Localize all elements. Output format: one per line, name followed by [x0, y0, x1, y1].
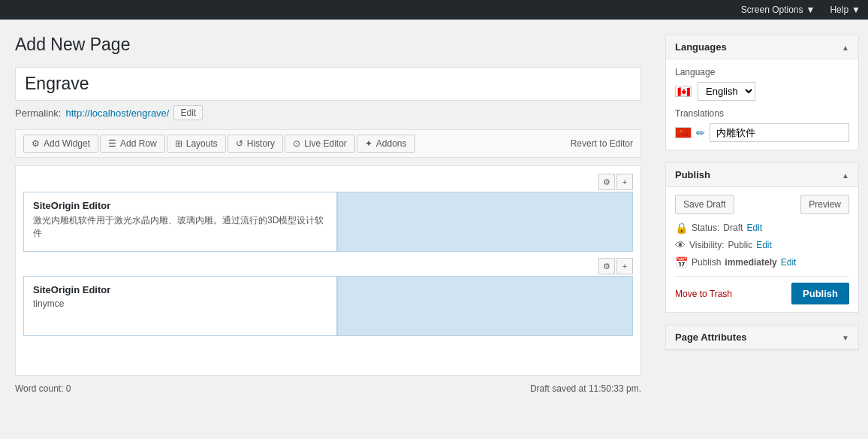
- permalink-row: Permalink: http://localhost/engrave/ Edi…: [15, 105, 641, 120]
- save-draft-button[interactable]: Save Draft: [675, 195, 734, 214]
- block2-title: SiteOrigin Editor: [33, 284, 327, 295]
- canada-flag-icon: 🇨🇦: [675, 86, 692, 97]
- layouts-button[interactable]: ⊞ Layouts: [167, 135, 226, 153]
- row2-settings-button[interactable]: ⚙: [598, 258, 615, 274]
- publish-box-header: Publish: [666, 163, 858, 187]
- editor-row-2: SiteOrigin Editor tinymce: [23, 276, 633, 336]
- translation-edit-pencil-button[interactable]: ✏: [696, 127, 705, 139]
- word-count: Word count: 0: [15, 383, 71, 394]
- page-attributes-box: Page Attributes: [665, 325, 859, 350]
- help-label: Help: [830, 5, 848, 15]
- publish-title: Publish: [675, 169, 710, 180]
- add-row-label: Add Row: [120, 138, 157, 149]
- addons-button[interactable]: ✦ Addons: [357, 135, 415, 153]
- china-flag-icon: 🇨🇳: [675, 127, 692, 138]
- add-row-button[interactable]: ☰ Add Row: [100, 135, 165, 153]
- publish-actions: Save Draft Preview: [675, 195, 849, 214]
- publish-footer: Move to Trash Publish: [675, 276, 849, 304]
- languages-title: Languages: [675, 41, 727, 53]
- addons-label: Addons: [376, 138, 407, 149]
- publish-box-body: Save Draft Preview 🔒 Status: Draft Edit …: [666, 187, 858, 312]
- row2-add-button[interactable]: +: [616, 258, 633, 274]
- publish-time-edit-link[interactable]: Edit: [781, 257, 797, 268]
- screen-options-chevron: ▼: [806, 5, 815, 15]
- live-editor-button[interactable]: ⊙ Live Editor: [285, 135, 355, 153]
- page-title-input[interactable]: [15, 67, 641, 101]
- help-button[interactable]: Help ▼: [822, 0, 868, 20]
- status-value: Draft: [723, 223, 743, 233]
- row1-add-button[interactable]: +: [616, 174, 633, 190]
- status-icon: 🔒: [675, 222, 688, 234]
- history-icon: ↺: [236, 138, 243, 149]
- history-label: History: [247, 138, 275, 149]
- publish-box: Publish Save Draft Preview 🔒 Status: Dra…: [665, 162, 859, 313]
- translation-row: 🇨🇳 ✏: [675, 123, 849, 142]
- translations-label: Translations: [675, 108, 849, 119]
- help-chevron: ▼: [851, 5, 860, 15]
- languages-box-body: Language 🇨🇦 English Translations 🇨🇳 ✏: [666, 59, 858, 150]
- sidebar: Languages Language 🇨🇦 English Translatio…: [656, 20, 868, 409]
- languages-collapse-icon[interactable]: [842, 41, 849, 53]
- content-area: Add New Page Permalink: http://localhost…: [0, 20, 656, 409]
- translation-input[interactable]: [710, 123, 849, 142]
- visibility-icon: 👁: [675, 239, 686, 251]
- visibility-label: Visibility:: [689, 240, 724, 250]
- block1-title: SiteOrigin Editor: [33, 200, 327, 211]
- language-label: Language: [675, 67, 849, 77]
- editor-block-1-right: [337, 192, 633, 252]
- screen-options-button[interactable]: Screen Options ▼: [734, 0, 823, 20]
- editor-section-1: ⚙ + SiteOrigin Editor 激光内雕机软件用于激光水晶内雕、玻璃…: [23, 174, 633, 252]
- row1-controls: ⚙ +: [23, 174, 633, 190]
- publish-meta: 🔒 Status: Draft Edit 👁 Visibility: Publi…: [675, 222, 849, 268]
- row2-controls: ⚙ +: [23, 258, 633, 274]
- publish-collapse-icon[interactable]: [842, 169, 849, 180]
- publish-time-row: 📅 Publish immediately Edit: [675, 256, 849, 268]
- editor-row-1: SiteOrigin Editor 激光内雕机软件用于激光水晶内雕、玻璃内雕。通…: [23, 192, 633, 252]
- main-layout: Add New Page Permalink: http://localhost…: [0, 20, 868, 409]
- editor-block-1-left: SiteOrigin Editor 激光内雕机软件用于激光水晶内雕、玻璃内雕。通…: [23, 192, 337, 252]
- top-bar: Screen Options ▼ Help ▼: [0, 0, 868, 20]
- page-builder-toolbar: ⚙ Add Widget ☰ Add Row ⊞ Layouts ↺ Histo…: [15, 129, 641, 158]
- languages-box-header: Languages: [666, 35, 858, 59]
- calendar-icon: 📅: [675, 256, 688, 268]
- preview-button[interactable]: Preview: [800, 195, 849, 214]
- layouts-label: Layouts: [186, 138, 218, 149]
- addons-icon: ✦: [365, 138, 372, 149]
- gear-icon: ⚙: [32, 138, 40, 149]
- row1-settings-button[interactable]: ⚙: [598, 174, 615, 190]
- layouts-icon: ⊞: [175, 138, 182, 149]
- revert-to-editor-button[interactable]: Revert to Editor: [571, 138, 633, 149]
- editor-block-2-right: [337, 276, 633, 336]
- publish-label: Publish: [692, 257, 721, 268]
- page-title: Add New Page: [15, 35, 641, 55]
- languages-box: Languages Language 🇨🇦 English Translatio…: [665, 35, 859, 150]
- language-select[interactable]: English: [698, 82, 755, 101]
- rows-icon: ☰: [108, 138, 116, 149]
- publish-when: immediately: [725, 257, 776, 268]
- block2-text: tinymce: [33, 298, 327, 309]
- draft-saved: Draft saved at 11:50:33 pm.: [530, 383, 641, 394]
- permalink-edit-button[interactable]: Edit: [173, 105, 203, 120]
- live-editor-icon: ⊙: [293, 138, 300, 149]
- visibility-edit-link[interactable]: Edit: [756, 240, 772, 250]
- live-editor-label: Live Editor: [304, 138, 347, 149]
- status-row: 🔒 Status: Draft Edit: [675, 222, 849, 234]
- visibility-row: 👁 Visibility: Public Edit: [675, 239, 849, 251]
- add-widget-button[interactable]: ⚙ Add Widget: [23, 135, 98, 153]
- publish-button[interactable]: Publish: [791, 283, 849, 304]
- editor-area: ⚙ + SiteOrigin Editor 激光内雕机软件用于激光水晶内雕、玻璃…: [15, 165, 641, 376]
- page-attributes-expand-icon[interactable]: [842, 332, 849, 343]
- permalink-label: Permalink:: [15, 107, 61, 119]
- history-button[interactable]: ↺ History: [228, 135, 283, 153]
- editor-footer: Word count: 0 Draft saved at 11:50:33 pm…: [15, 383, 641, 394]
- screen-options-label: Screen Options: [741, 5, 803, 15]
- visibility-value: Public: [728, 240, 752, 250]
- move-to-trash-button[interactable]: Move to Trash: [675, 289, 732, 299]
- block1-text: 激光内雕机软件用于激光水晶内雕、玻璃内雕。通过流行的3D模型设计软件: [33, 214, 327, 240]
- add-widget-label: Add Widget: [44, 138, 90, 149]
- editor-section-2: ⚙ + SiteOrigin Editor tinymce: [23, 258, 633, 336]
- language-row: 🇨🇦 English: [675, 82, 849, 101]
- status-edit-link[interactable]: Edit: [746, 223, 762, 233]
- permalink-url[interactable]: http://localhost/engrave/: [65, 107, 169, 119]
- page-attributes-header: Page Attributes: [666, 325, 858, 350]
